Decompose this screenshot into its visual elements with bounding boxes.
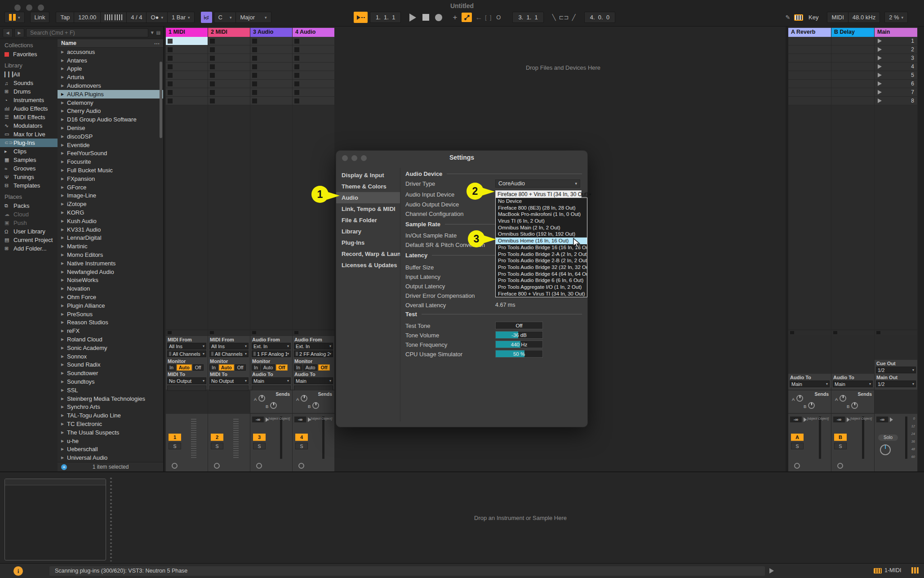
- clip-slot[interactable]: [166, 63, 208, 71]
- list-item[interactable]: ▶ iZotope: [58, 200, 163, 208]
- stop-clips-icon[interactable]: [210, 331, 214, 334]
- clip-slot[interactable]: [166, 80, 208, 88]
- scene-slot[interactable]: 8: [875, 97, 917, 105]
- loop-start-field[interactable]: 3. 1. 1: [512, 12, 543, 23]
- list-item[interactable]: ▶ Cherry Audio: [58, 107, 163, 116]
- expand-arrow-icon[interactable]: ▶: [61, 295, 67, 299]
- monitor-off-button[interactable]: Off: [318, 364, 329, 371]
- clip-stop-icon[interactable]: [294, 64, 299, 69]
- list-item[interactable]: ▶ Plugin Alliance: [58, 301, 163, 310]
- expand-arrow-icon[interactable]: ▶: [61, 422, 67, 426]
- clip-slot[interactable]: [250, 80, 292, 88]
- list-item[interactable]: ▶ Reason Studios: [58, 318, 163, 327]
- solo-button[interactable]: S: [253, 443, 266, 449]
- expand-arrow-icon[interactable]: ▶: [61, 439, 67, 443]
- list-item[interactable]: ▶ accusonus: [58, 48, 163, 56]
- tone-frequency-slider[interactable]: 440 Hz: [495, 341, 543, 348]
- track-header[interactable]: 1 MIDI: [166, 28, 208, 37]
- sidebar-item[interactable]: Ψ Tunings: [4, 173, 58, 181]
- empty-slot[interactable]: [788, 63, 831, 71]
- track-delay-field[interactable]: [209, 385, 249, 391]
- expand-arrow-icon[interactable]: ▶: [61, 84, 67, 88]
- sidebar-item[interactable]: ⊞ Add Folder...: [4, 244, 58, 253]
- list-item[interactable]: ▶ Focusrite: [58, 157, 163, 166]
- list-item[interactable]: ▶ Newfangled Audio: [58, 268, 163, 276]
- clip-stop-icon[interactable]: [252, 64, 257, 69]
- list-item[interactable]: ▶ Novation: [58, 284, 163, 293]
- monitor-in-button[interactable]: In: [294, 364, 302, 371]
- panel-resize-handle[interactable]: [110, 478, 112, 561]
- solo-button[interactable]: S: [295, 443, 308, 449]
- time-signature-field[interactable]: 4 / 4: [127, 12, 147, 22]
- clip-slot[interactable]: [208, 80, 250, 88]
- empty-slot[interactable]: [788, 45, 831, 54]
- clip-slot[interactable]: [250, 37, 292, 45]
- midi-keyboard-icon[interactable]: [874, 568, 882, 574]
- quantization-menu[interactable]: O●▾: [147, 12, 168, 22]
- clip-stop-icon[interactable]: [294, 90, 299, 95]
- empty-slot[interactable]: [831, 45, 874, 54]
- capture-midi-button[interactable]: [ ]: [484, 13, 493, 22]
- device-menu-item[interactable]: Pro Tools Audio Bridge 64 (64 In, 64 Out…: [496, 271, 587, 278]
- clip-stop-icon[interactable]: [294, 81, 299, 86]
- list-column-header[interactable]: Name ⋯: [58, 39, 163, 48]
- list-item[interactable]: ▶ Image-Line: [58, 192, 163, 200]
- monitor-in-button[interactable]: In: [209, 364, 218, 371]
- empty-slot[interactable]: [831, 80, 874, 88]
- metronome-icon[interactable]: [101, 12, 127, 22]
- volume-field[interactable]: -∞: [833, 417, 845, 422]
- clip-slot[interactable]: [208, 45, 250, 54]
- expand-arrow-icon[interactable]: ▶: [61, 177, 67, 181]
- list-item[interactable]: ▶ Kush Audio: [58, 217, 163, 225]
- list-item[interactable]: ▶ Sonnox: [58, 352, 163, 361]
- list-item[interactable]: ▶ LennarDigital: [58, 234, 163, 242]
- list-item[interactable]: ▶ Eventide: [58, 141, 163, 149]
- history-back-button[interactable]: ◀: [3, 28, 13, 37]
- expand-arrow-icon[interactable]: ▶: [61, 388, 67, 392]
- clip-slot[interactable]: [293, 37, 334, 45]
- scale-root-menu[interactable]: C▾: [214, 12, 236, 22]
- expand-arrow-icon[interactable]: ▶: [61, 185, 67, 189]
- expand-arrow-icon[interactable]: ▶: [61, 75, 67, 79]
- launch-quantization-menu[interactable]: 1 Bar▾: [168, 12, 194, 22]
- session-right-strip[interactable]: [918, 27, 924, 471]
- driver-type-chooser[interactable]: CoreAudio▾: [495, 179, 580, 188]
- view-toggle-icon[interactable]: ▤: [156, 30, 160, 35]
- list-item[interactable]: ▶ Soundtower: [58, 369, 163, 377]
- expand-arrow-icon[interactable]: ▶: [61, 151, 67, 155]
- clip-slot[interactable]: [250, 63, 292, 71]
- stop-all-clips-row[interactable]: [875, 330, 917, 335]
- clip-slot[interactable]: [166, 88, 208, 97]
- clip-stop-icon[interactable]: [210, 99, 215, 103]
- clip-stop-icon[interactable]: [168, 47, 173, 52]
- sidebar-item[interactable]: Ω User Library: [4, 227, 58, 236]
- stop-all-clips-row[interactable]: [250, 330, 292, 335]
- scene-slot[interactable]: 1: [875, 37, 917, 45]
- expand-arrow-icon[interactable]: ▶: [61, 380, 67, 384]
- device-menu-item[interactable]: Fireface 800 + Virus TI (34 In, 30 Out): [496, 291, 587, 297]
- output-chooser[interactable]: Main▾: [294, 377, 333, 384]
- list-item[interactable]: ▶ Sonic Academy: [58, 344, 163, 352]
- cue-out-chooser[interactable]: 1/2▾: [876, 367, 916, 373]
- list-item[interactable]: ▶ Momo Editors: [58, 251, 163, 259]
- sidebar-item[interactable]: ☁ Cloud: [4, 210, 58, 219]
- send-a-knob[interactable]: [301, 395, 307, 402]
- scene-slot[interactable]: 7: [875, 88, 917, 97]
- clip-stop-icon[interactable]: [294, 99, 299, 103]
- expand-arrow-icon[interactable]: ▶: [61, 202, 67, 206]
- solo-button[interactable]: S: [169, 443, 181, 449]
- solo-button[interactable]: S: [791, 443, 804, 449]
- list-item[interactable]: ▶ u-he: [58, 437, 163, 445]
- list-item[interactable]: ▶ Full Bucket Music: [58, 166, 163, 175]
- device-menu-item[interactable]: Virus TI (6 In, 2 Out): [496, 218, 587, 224]
- expand-arrow-icon[interactable]: ▶: [61, 92, 67, 96]
- monitor-auto-button[interactable]: Auto: [219, 364, 234, 371]
- clip-slot[interactable]: [250, 97, 292, 105]
- loop-switch[interactable]: ⊏⊐: [559, 13, 569, 22]
- expand-arrow-icon[interactable]: ▶: [61, 278, 67, 282]
- expand-arrow-icon[interactable]: ▶: [61, 143, 67, 147]
- monitor-off-button[interactable]: Off: [193, 364, 204, 371]
- expand-arrow-icon[interactable]: ▶: [61, 228, 67, 232]
- expand-arrow-icon[interactable]: ▶: [61, 160, 67, 164]
- volume-field[interactable]: -∞: [790, 417, 802, 422]
